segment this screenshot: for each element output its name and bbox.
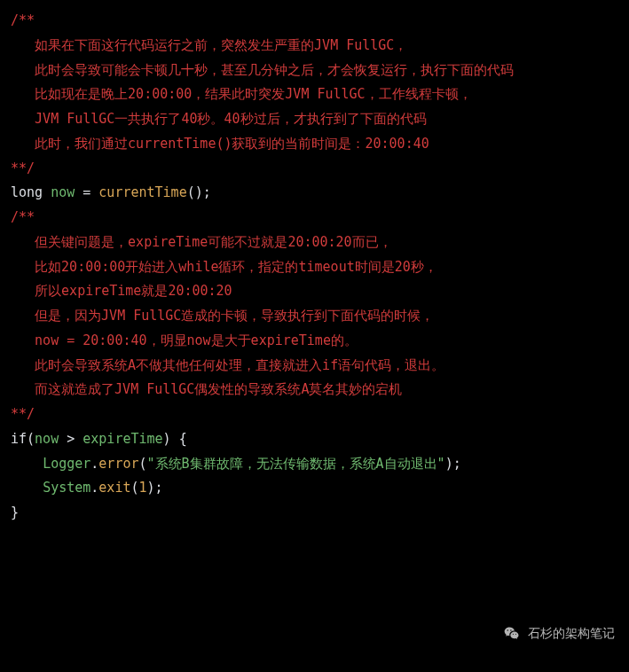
semicolon: ; bbox=[203, 184, 211, 200]
dot-operator: . bbox=[90, 456, 98, 472]
indent bbox=[11, 480, 43, 496]
comment-line: 比如20:00:00开始进入while循环，指定的timeout时间是20秒， bbox=[11, 255, 618, 280]
dot-operator: . bbox=[90, 480, 98, 496]
comment-line: 如果在下面这行代码运行之前，突然发生严重的JVM FullGC， bbox=[11, 34, 618, 59]
paren-close-brace: ) { bbox=[163, 431, 187, 447]
comment-open-2: /** bbox=[11, 206, 618, 231]
comment-line: 此时，我们通过currentTime()获取到的当前时间是：20:00:40 bbox=[11, 132, 618, 157]
if-statement: if(now > expireTime) { bbox=[11, 427, 618, 452]
comment-line: 所以expireTime就是20:00:20 bbox=[11, 279, 618, 304]
method-error: error bbox=[98, 456, 138, 472]
logger-error-call: Logger.error("系统B集群故障，无法传输数据，系统A自动退出"); bbox=[11, 452, 618, 477]
statement-now-assign: long now = currentTime(); bbox=[11, 181, 618, 206]
comment-line: 此时会导致系统A不做其他任何处理，直接就进入if语句代码，退出。 bbox=[11, 354, 618, 379]
keyword-long: long bbox=[11, 184, 43, 200]
brace-close: } bbox=[11, 501, 618, 526]
watermark: 石杉的架构笔记 bbox=[503, 622, 615, 645]
paren-close: ) bbox=[445, 456, 453, 472]
comment-close-1: **/ bbox=[11, 157, 618, 182]
identifier-expireTime: expireTime bbox=[83, 431, 162, 447]
comment-line: 而这就造成了JVM FullGC偶发性的导致系统A莫名其妙的宕机 bbox=[11, 378, 618, 402]
operator-assign: = bbox=[75, 184, 98, 200]
semicolon: ; bbox=[155, 480, 163, 496]
keyword-if: if bbox=[11, 431, 27, 447]
comment-open-1: /** bbox=[11, 9, 618, 34]
comment-line: 但是，因为JVM FullGC造成的卡顿，导致执行到下面代码的时候， bbox=[11, 304, 618, 329]
function-currentTime: currentTime bbox=[98, 184, 186, 200]
paren-close: ) bbox=[147, 480, 155, 496]
comment-close-2: **/ bbox=[11, 402, 618, 427]
code-block: /** 如果在下面这行代码运行之前，突然发生严重的JVM FullGC， 此时会… bbox=[11, 9, 618, 526]
operator-gt: > bbox=[59, 431, 83, 447]
comment-line: JVM FullGC一共执行了40秒。40秒过后，才执行到了下面的代码 bbox=[11, 107, 618, 132]
wechat-icon bbox=[503, 625, 521, 643]
paren-open: ( bbox=[139, 456, 147, 472]
paren-open: ( bbox=[130, 480, 138, 496]
paren-open: ( bbox=[27, 431, 35, 447]
method-exit: exit bbox=[98, 480, 130, 496]
semicolon: ; bbox=[453, 456, 461, 472]
comment-line: 此时会导致可能会卡顿几十秒，甚至几分钟之后，才会恢复运行，执行下面的代码 bbox=[11, 59, 618, 83]
object-system: System bbox=[43, 480, 90, 496]
closing-brace: } bbox=[11, 504, 19, 520]
comment-line: 但关键问题是，expireTime可能不过就是20:00:20而已， bbox=[11, 231, 618, 255]
system-exit-call: System.exit(1); bbox=[11, 476, 618, 501]
identifier-now: now bbox=[51, 184, 75, 200]
identifier-now: now bbox=[35, 431, 59, 447]
paren-empty: () bbox=[187, 184, 203, 200]
watermark-text: 石杉的架构笔记 bbox=[528, 622, 615, 645]
comment-line: now = 20:00:40，明显now是大于expireTime的。 bbox=[11, 329, 618, 354]
indent bbox=[11, 456, 43, 472]
object-logger: Logger bbox=[43, 456, 90, 472]
comment-line: 比如现在是晚上20:00:00，结果此时突发JVM FullGC，工作线程卡顿， bbox=[11, 82, 618, 107]
string-literal-error-msg: "系统B集群故障，无法传输数据，系统A自动退出" bbox=[147, 456, 445, 472]
number-literal-1: 1 bbox=[139, 480, 147, 496]
